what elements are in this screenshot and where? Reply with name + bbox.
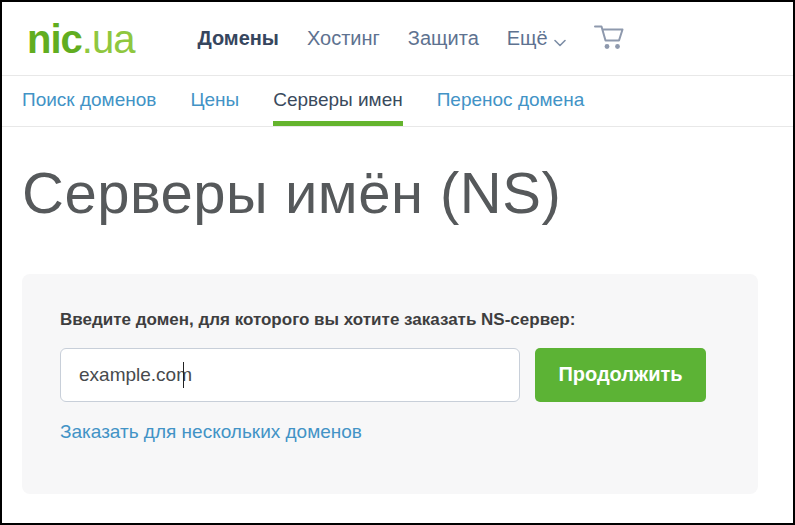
section-tabs: Поиск доменов Цены Серверы имен Перенос … xyxy=(2,75,793,127)
domain-input-wrapper xyxy=(60,348,520,402)
nav-item-label: Защита xyxy=(408,27,479,50)
nicua-logo[interactable]: nic.ua xyxy=(27,19,134,59)
nav-item-protection[interactable]: Защита xyxy=(408,27,479,50)
nav-item-hosting[interactable]: Хостинг xyxy=(307,27,380,50)
ns-order-form: Продолжить xyxy=(60,348,720,402)
nav-item-label: Хостинг xyxy=(307,27,380,50)
browser-viewport: nic.ua Домены Хостинг Защита Ещё xyxy=(0,0,795,525)
chevron-down-icon xyxy=(554,29,566,52)
shopping-cart-icon xyxy=(592,22,628,55)
cart-button[interactable] xyxy=(592,22,628,55)
domain-input-label: Введите домен, для которого вы хотите за… xyxy=(60,310,720,330)
nav-item-more[interactable]: Ещё xyxy=(507,26,566,52)
logo-text-ua: .ua xyxy=(82,17,135,61)
text-caret xyxy=(183,362,184,388)
nav-item-label: Ещё xyxy=(507,27,548,50)
tab-domain-search[interactable]: Поиск доменов xyxy=(22,76,156,126)
nav-item-domains[interactable]: Домены xyxy=(197,27,279,50)
tab-name-servers[interactable]: Серверы имен xyxy=(273,76,403,126)
continue-button[interactable]: Продолжить xyxy=(535,348,706,402)
page-title: Серверы имён (NS) xyxy=(22,161,773,225)
main-content: Серверы имён (NS) Введите домен, для кот… xyxy=(2,161,793,494)
tab-domain-transfer[interactable]: Перенос домена xyxy=(437,76,585,126)
tab-prices[interactable]: Цены xyxy=(190,76,239,126)
nav-item-label: Домены xyxy=(197,27,279,50)
site-header: nic.ua Домены Хостинг Защита Ещё xyxy=(2,2,793,75)
domain-input[interactable] xyxy=(60,348,520,402)
main-navigation: Домены Хостинг Защита Ещё xyxy=(197,26,565,52)
logo-text-nic: nic xyxy=(27,17,82,61)
ns-order-card: Введите домен, для которого вы хотите за… xyxy=(22,274,758,494)
multiple-domains-link[interactable]: Заказать для нескольких доменов xyxy=(60,421,362,443)
